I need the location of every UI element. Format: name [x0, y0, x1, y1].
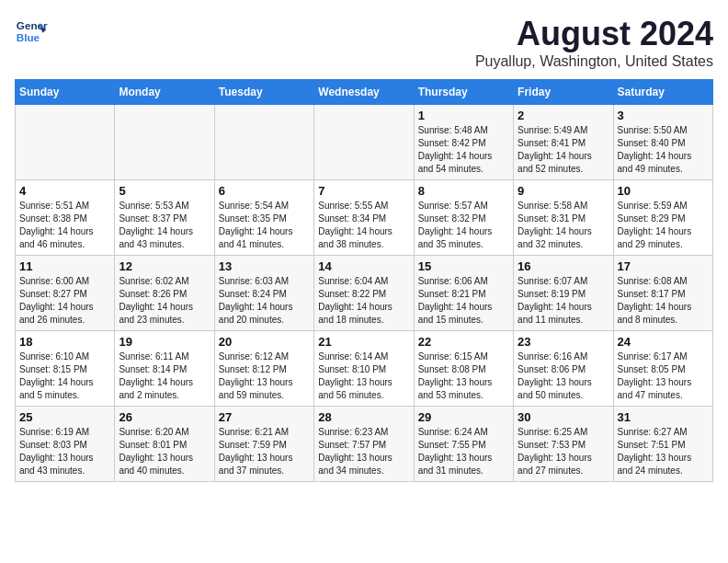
day-cell-22: 19Sunrise: 6:11 AM Sunset: 8:14 PM Dayli…	[115, 331, 214, 407]
day-content: Sunrise: 5:57 AM Sunset: 8:32 PM Dayligh…	[418, 200, 509, 251]
day-content: Sunrise: 5:58 AM Sunset: 8:31 PM Dayligh…	[518, 200, 609, 251]
day-content: Sunrise: 5:54 AM Sunset: 8:35 PM Dayligh…	[219, 200, 310, 251]
day-content: Sunrise: 6:04 AM Sunset: 8:22 PM Dayligh…	[318, 275, 409, 327]
day-number: 18	[19, 335, 110, 349]
day-number: 10	[618, 184, 709, 198]
day-content: Sunrise: 6:07 AM Sunset: 8:19 PM Dayligh…	[518, 275, 609, 327]
day-cell-17: 14Sunrise: 6:04 AM Sunset: 8:22 PM Dayli…	[314, 256, 414, 331]
day-content: Sunrise: 6:24 AM Sunset: 7:55 PM Dayligh…	[418, 426, 509, 477]
col-monday: Monday	[115, 80, 214, 105]
day-number: 13	[219, 259, 310, 273]
day-number: 27	[219, 410, 310, 424]
day-number: 12	[119, 259, 210, 273]
day-cell-15: 12Sunrise: 6:02 AM Sunset: 8:26 PM Dayli…	[115, 256, 214, 331]
page-header: General Blue August 2024 Puyallup, Washi…	[15, 15, 713, 70]
day-content: Sunrise: 6:00 AM Sunset: 8:27 PM Dayligh…	[19, 275, 110, 327]
day-number: 21	[318, 335, 409, 349]
day-cell-1	[115, 105, 214, 180]
day-number: 19	[119, 335, 210, 349]
day-cell-3	[314, 105, 414, 180]
logo: General Blue	[15, 15, 48, 48]
day-number: 28	[318, 410, 409, 424]
day-cell-23: 20Sunrise: 6:12 AM Sunset: 8:12 PM Dayli…	[214, 331, 313, 407]
day-content: Sunrise: 6:20 AM Sunset: 8:01 PM Dayligh…	[119, 426, 210, 477]
day-content: Sunrise: 6:16 AM Sunset: 8:06 PM Dayligh…	[518, 350, 609, 402]
day-content: Sunrise: 6:02 AM Sunset: 8:26 PM Dayligh…	[119, 275, 210, 327]
day-content: Sunrise: 6:14 AM Sunset: 8:10 PM Dayligh…	[318, 350, 409, 402]
day-content: Sunrise: 6:23 AM Sunset: 7:57 PM Dayligh…	[318, 426, 409, 477]
day-cell-28: 25Sunrise: 6:19 AM Sunset: 8:03 PM Dayli…	[16, 407, 115, 482]
day-number: 7	[318, 184, 409, 198]
day-number: 1	[418, 109, 509, 122]
day-cell-12: 9Sunrise: 5:58 AM Sunset: 8:31 PM Daylig…	[514, 180, 613, 256]
day-content: Sunrise: 5:53 AM Sunset: 8:37 PM Dayligh…	[119, 200, 210, 251]
day-number: 20	[219, 335, 310, 349]
day-content: Sunrise: 6:03 AM Sunset: 8:24 PM Dayligh…	[219, 275, 310, 327]
day-number: 24	[618, 335, 709, 349]
day-cell-24: 21Sunrise: 6:14 AM Sunset: 8:10 PM Dayli…	[314, 331, 414, 407]
logo-icon: General Blue	[15, 15, 48, 48]
col-tuesday: Tuesday	[214, 80, 313, 105]
day-number: 25	[19, 410, 110, 424]
day-content: Sunrise: 6:21 AM Sunset: 7:59 PM Dayligh…	[219, 426, 310, 477]
day-number: 3	[618, 109, 709, 122]
day-content: Sunrise: 5:55 AM Sunset: 8:34 PM Dayligh…	[318, 200, 409, 251]
day-number: 17	[618, 259, 709, 273]
day-number: 22	[418, 335, 509, 349]
day-cell-27: 24Sunrise: 6:17 AM Sunset: 8:05 PM Dayli…	[613, 331, 712, 407]
day-cell-13: 10Sunrise: 5:59 AM Sunset: 8:29 PM Dayli…	[613, 180, 712, 256]
week-row-3: 11Sunrise: 6:00 AM Sunset: 8:27 PM Dayli…	[16, 256, 713, 331]
day-content: Sunrise: 6:11 AM Sunset: 8:14 PM Dayligh…	[119, 350, 210, 402]
calendar-header: Sunday Monday Tuesday Wednesday Thursday…	[16, 80, 713, 105]
calendar-body: 1Sunrise: 5:48 AM Sunset: 8:42 PM Daylig…	[16, 105, 713, 482]
col-saturday: Saturday	[613, 80, 712, 105]
day-number: 4	[19, 184, 110, 198]
calendar-table: Sunday Monday Tuesday Wednesday Thursday…	[15, 79, 713, 482]
day-content: Sunrise: 6:06 AM Sunset: 8:21 PM Dayligh…	[418, 275, 509, 327]
day-cell-0	[16, 105, 115, 180]
day-number: 29	[418, 410, 509, 424]
day-cell-20: 17Sunrise: 6:08 AM Sunset: 8:17 PM Dayli…	[613, 256, 712, 331]
day-number: 14	[318, 259, 409, 273]
day-cell-6: 3Sunrise: 5:50 AM Sunset: 8:40 PM Daylig…	[613, 105, 712, 180]
header-row: Sunday Monday Tuesday Wednesday Thursday…	[16, 80, 713, 105]
day-content: Sunrise: 5:59 AM Sunset: 8:29 PM Dayligh…	[618, 200, 709, 251]
day-cell-11: 8Sunrise: 5:57 AM Sunset: 8:32 PM Daylig…	[414, 180, 513, 256]
day-cell-9: 6Sunrise: 5:54 AM Sunset: 8:35 PM Daylig…	[214, 180, 313, 256]
day-content: Sunrise: 6:08 AM Sunset: 8:17 PM Dayligh…	[618, 275, 709, 327]
day-number: 16	[518, 259, 609, 273]
week-row-2: 4Sunrise: 5:51 AM Sunset: 8:38 PM Daylig…	[16, 180, 713, 256]
day-cell-7: 4Sunrise: 5:51 AM Sunset: 8:38 PM Daylig…	[16, 180, 115, 256]
day-content: Sunrise: 6:25 AM Sunset: 7:53 PM Dayligh…	[518, 426, 609, 477]
day-cell-2	[214, 105, 313, 180]
day-content: Sunrise: 6:12 AM Sunset: 8:12 PM Dayligh…	[219, 350, 310, 402]
day-cell-26: 23Sunrise: 6:16 AM Sunset: 8:06 PM Dayli…	[514, 331, 613, 407]
day-number: 26	[119, 410, 210, 424]
week-row-1: 1Sunrise: 5:48 AM Sunset: 8:42 PM Daylig…	[16, 105, 713, 180]
main-title: August 2024	[475, 15, 713, 53]
day-cell-34: 31Sunrise: 6:27 AM Sunset: 7:51 PM Dayli…	[613, 407, 712, 482]
day-number: 8	[418, 184, 509, 198]
day-cell-33: 30Sunrise: 6:25 AM Sunset: 7:53 PM Dayli…	[514, 407, 613, 482]
day-content: Sunrise: 6:15 AM Sunset: 8:08 PM Dayligh…	[418, 350, 509, 402]
day-number: 23	[518, 335, 609, 349]
day-content: Sunrise: 5:51 AM Sunset: 8:38 PM Dayligh…	[19, 200, 110, 251]
day-cell-31: 28Sunrise: 6:23 AM Sunset: 7:57 PM Dayli…	[314, 407, 414, 482]
svg-text:Blue: Blue	[17, 31, 40, 43]
day-content: Sunrise: 5:50 AM Sunset: 8:40 PM Dayligh…	[618, 124, 709, 176]
day-cell-29: 26Sunrise: 6:20 AM Sunset: 8:01 PM Dayli…	[115, 407, 214, 482]
day-cell-4: 1Sunrise: 5:48 AM Sunset: 8:42 PM Daylig…	[414, 105, 513, 180]
title-area: August 2024 Puyallup, Washington, United…	[475, 15, 713, 70]
week-row-4: 18Sunrise: 6:10 AM Sunset: 8:15 PM Dayli…	[16, 331, 713, 407]
day-number: 31	[618, 410, 709, 424]
day-number: 11	[19, 259, 110, 273]
day-content: Sunrise: 6:19 AM Sunset: 8:03 PM Dayligh…	[19, 426, 110, 477]
day-number: 5	[119, 184, 210, 198]
day-cell-19: 16Sunrise: 6:07 AM Sunset: 8:19 PM Dayli…	[514, 256, 613, 331]
day-cell-14: 11Sunrise: 6:00 AM Sunset: 8:27 PM Dayli…	[16, 256, 115, 331]
day-content: Sunrise: 6:10 AM Sunset: 8:15 PM Dayligh…	[19, 350, 110, 402]
day-content: Sunrise: 5:48 AM Sunset: 8:42 PM Dayligh…	[418, 124, 509, 176]
col-wednesday: Wednesday	[314, 80, 414, 105]
day-cell-8: 5Sunrise: 5:53 AM Sunset: 8:37 PM Daylig…	[115, 180, 214, 256]
day-cell-32: 29Sunrise: 6:24 AM Sunset: 7:55 PM Dayli…	[414, 407, 513, 482]
